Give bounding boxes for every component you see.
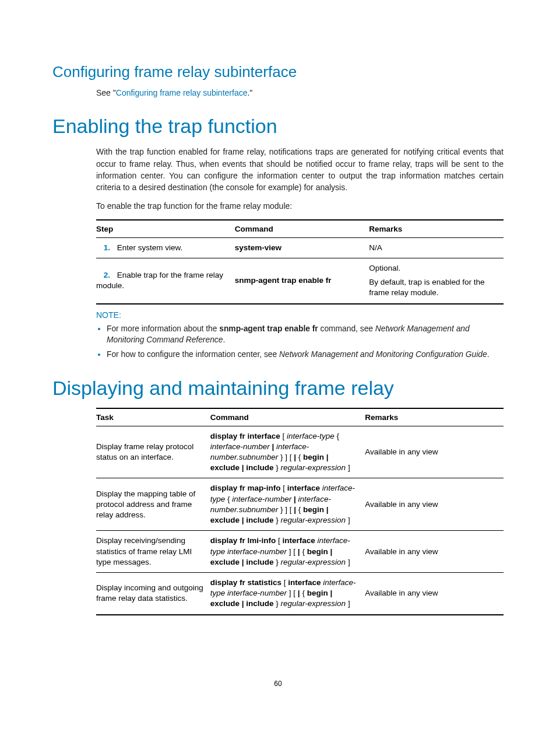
cmd-keyword: interface	[283, 536, 315, 545]
cmd-text: }	[274, 516, 281, 524]
table-row: Display the mapping table of protocol ad…	[96, 478, 504, 531]
cmd-keyword: begin	[307, 547, 328, 556]
cmd-text: {	[300, 589, 307, 597]
task-text: Display the mapping table of protocol ad…	[96, 478, 210, 531]
cmd-text: {	[225, 495, 232, 503]
step-num: 1.	[96, 243, 115, 253]
remarks-text: Available in any view	[365, 573, 504, 615]
cmd-text: [	[276, 536, 282, 545]
cmd-keyword: display fr lmi-info	[210, 536, 276, 545]
cmd-arg: interface-number	[232, 495, 291, 503]
cmd-keyword: |	[240, 516, 246, 524]
cmd-text: } ] [	[278, 505, 294, 514]
heading-display: Displaying and maintaining frame relay	[52, 377, 504, 400]
cmd-keyword: exclude	[210, 558, 240, 566]
cmd-keyword: |	[324, 453, 329, 461]
cmd-arg: interface-number	[227, 547, 287, 556]
see-link[interactable]: Configuring frame relay subinterface	[116, 88, 248, 97]
heading-subinterface: Configuring frame relay subinterface	[52, 63, 504, 81]
cmd-text: } ] [	[278, 453, 294, 461]
cmd-cell: display fr map-info [ interface interfac…	[210, 478, 365, 531]
see-suffix: ."	[247, 88, 252, 97]
cmd-keyword: exclude	[210, 599, 240, 608]
th-command: Command	[210, 408, 365, 426]
cmd-text: }	[274, 558, 281, 566]
cmd-text: ]	[346, 463, 350, 472]
step-text: Enable trap for the frame relay module.	[96, 271, 223, 290]
cmd-text: }	[274, 463, 281, 472]
cmd-text: system-view	[235, 243, 281, 252]
th-remarks: Remarks	[365, 408, 504, 426]
cmd-text: ] [	[287, 547, 298, 556]
note-text: For more information about the	[107, 324, 219, 333]
cmd-keyword: exclude	[210, 516, 240, 524]
note-text: command, see	[318, 324, 375, 333]
note-item: For more information about the snmp-agen…	[107, 323, 504, 346]
see-prefix: See "	[96, 88, 116, 97]
cmd-keyword: |	[324, 505, 329, 514]
task-text: Display frame relay protocol status on a…	[96, 426, 210, 478]
remarks-line1: Optional.	[369, 263, 498, 274]
th-command: Command	[235, 220, 370, 238]
see-line: See "Configuring frame relay subinterfac…	[96, 87, 504, 99]
cmd-keyword: include	[246, 463, 273, 472]
note-ref: Network Management and Monitoring Config…	[279, 350, 487, 359]
cmd-text: {	[300, 547, 307, 556]
page-number: 60	[52, 680, 504, 688]
cmd-keyword: display fr interface	[210, 432, 280, 440]
task-text: Display incoming and outgoing frame rela…	[96, 573, 210, 615]
cmd-cell: display fr interface [ interface-type { …	[210, 426, 365, 478]
table-row: Display frame relay protocol status on a…	[96, 426, 504, 478]
cmd-keyword: begin	[307, 589, 328, 597]
cmd-text: ] [	[287, 589, 298, 597]
note-list: For more information about the snmp-agen…	[96, 323, 504, 360]
cmd-keyword: exclude	[210, 463, 240, 472]
remarks-line2: By default, trap is enabled for the fram…	[369, 277, 498, 298]
cmd-keyword: |	[270, 442, 276, 451]
trap-para1: With the trap function enabled for frame…	[96, 146, 504, 193]
cmd-text: ]	[346, 516, 350, 524]
cmd-arg: regular-expression	[281, 558, 346, 566]
cmd-text: {	[296, 453, 303, 461]
cmd-cell: display fr lmi-info [ interface interfac…	[210, 531, 365, 573]
cmd-keyword: interface	[287, 484, 320, 492]
table-row: Display receiving/sending statistics of …	[96, 531, 504, 573]
cmd-keyword: include	[246, 516, 273, 524]
cmd-keyword: begin	[303, 453, 324, 461]
cmd-keyword: include	[246, 558, 273, 566]
display-table: Task Command Remarks Display frame relay…	[96, 408, 504, 615]
note-text: .	[487, 350, 490, 359]
table-row: 1. Enter system view. system-view N/A	[96, 237, 504, 258]
cmd-arg: interface-number	[227, 589, 287, 597]
cmd-keyword: |	[328, 547, 333, 556]
cmd-keyword: |	[240, 463, 246, 472]
remarks-text: Available in any view	[365, 478, 504, 531]
note-text: For how to configure the information cen…	[107, 350, 279, 359]
cmd-keyword: |	[328, 589, 333, 597]
cmd-text: {	[335, 432, 339, 440]
th-task: Task	[96, 408, 210, 426]
th-remarks: Remarks	[369, 220, 504, 238]
cmd-text: [	[280, 484, 287, 492]
heading-trap: Enabling the trap function	[52, 115, 504, 138]
note-cmd: snmp-agent trap enable fr	[219, 324, 318, 333]
cmd-cell: display fr statistics [ interface interf…	[210, 573, 365, 615]
cmd-keyword: begin	[303, 505, 324, 514]
step-text: Enter system view.	[117, 243, 183, 252]
cmd-keyword: display fr map-info	[210, 484, 281, 492]
cmd-keyword: |	[291, 495, 298, 503]
note-item: For how to configure the information cen…	[107, 349, 504, 360]
remarks-text: Available in any view	[365, 426, 504, 478]
remarks-text: Available in any view	[365, 531, 504, 573]
trap-table: Step Command Remarks 1. Enter system vie…	[96, 219, 504, 304]
cmd-arg: regular-expression	[281, 516, 346, 524]
cmd-text: [	[281, 578, 288, 587]
cmd-keyword: display fr statistics	[210, 578, 281, 587]
th-step: Step	[96, 220, 235, 238]
cmd-arg: interface-number	[210, 442, 270, 451]
cmd-text: }	[274, 599, 281, 608]
cmd-arg: interface-type	[287, 432, 335, 440]
cmd-keyword: include	[246, 599, 273, 608]
cmd-keyword: |	[240, 558, 246, 566]
cmd-arg: regular-expression	[281, 599, 346, 608]
